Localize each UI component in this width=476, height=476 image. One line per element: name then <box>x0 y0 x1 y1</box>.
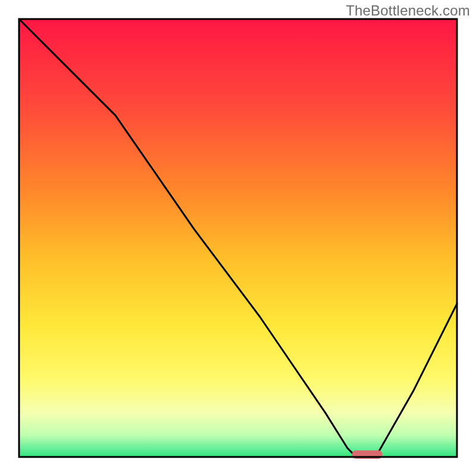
plot-area <box>19 19 457 459</box>
watermark-text: TheBottleneck.com <box>346 2 470 19</box>
bottleneck-chart <box>0 0 476 476</box>
chart-container: TheBottleneck.com <box>0 0 476 476</box>
